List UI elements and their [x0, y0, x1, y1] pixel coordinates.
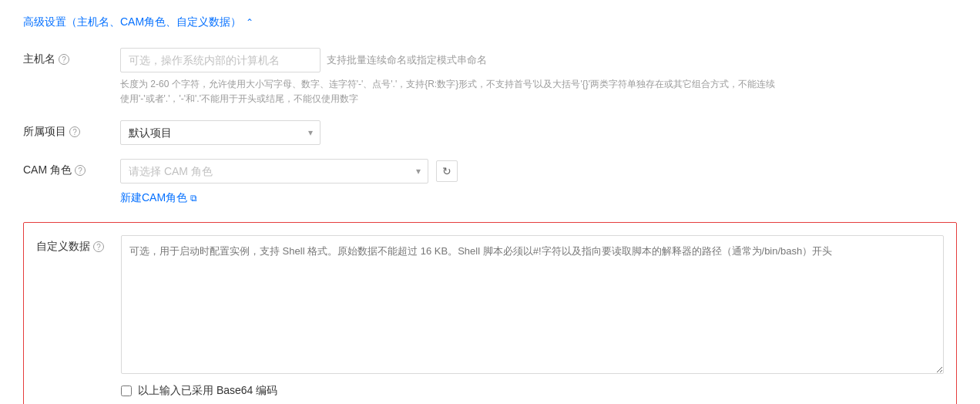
- project-label: 所属项目 ?: [23, 120, 108, 139]
- custom-data-help-icon[interactable]: ?: [93, 241, 104, 252]
- cam-role-refresh-button[interactable]: ↻: [436, 160, 458, 182]
- custom-data-outer-row: 自定义数据 ? 以上输入已采用 Base64 编码: [23, 219, 957, 404]
- hostname-hint: 长度为 2-60 个字符，允许使用大小写字母、数字、连字符'-'、点号'.'，支…: [120, 77, 783, 106]
- cam-role-select[interactable]: 请选择 CAM 角色: [120, 159, 428, 183]
- project-row: 所属项目 ? 默认项目 ▾: [23, 120, 957, 145]
- custom-data-label: 自定义数据 ?: [36, 235, 109, 254]
- hostname-row: 主机名 ? 支持批量连续命名或指定模式串命名 长度为 2-60 个字符，允许使用…: [23, 48, 957, 106]
- base64-label: 以上输入已采用 Base64 编码: [138, 384, 277, 398]
- custom-data-textarea[interactable]: [121, 235, 944, 374]
- project-content: 默认项目 ▾: [120, 120, 957, 145]
- cam-role-label: CAM 角色 ?: [23, 159, 108, 177]
- cam-select-wrapper: 请选择 CAM 角色 ▾: [120, 159, 428, 183]
- hostname-input[interactable]: [120, 48, 321, 72]
- section-title[interactable]: 高级设置（主机名、CAM角色、自定义数据） ⌃: [23, 15, 957, 29]
- cam-role-content: 请选择 CAM 角色 ▾ ↻ 新建CAM角色 ⧉: [120, 159, 957, 205]
- cam-role-help-icon[interactable]: ?: [75, 165, 86, 176]
- cam-role-row: CAM 角色 ? 请选择 CAM 角色 ▾ ↻ 新建CAM角色 ⧉: [23, 159, 957, 205]
- hostname-input-row: 支持批量连续命名或指定模式串命名: [120, 48, 957, 72]
- hostname-help-icon[interactable]: ?: [59, 54, 69, 65]
- base64-row: 以上输入已采用 Base64 编码: [121, 384, 944, 398]
- project-select-wrapper: 默认项目 ▾: [120, 120, 321, 145]
- base64-checkbox[interactable]: [121, 385, 132, 396]
- section-title-text: 高级设置（主机名、CAM角色、自定义数据）: [23, 15, 241, 29]
- cam-role-input-row: 请选择 CAM 角色 ▾ ↻: [120, 159, 957, 183]
- collapse-icon: ⌃: [246, 17, 253, 28]
- project-help-icon[interactable]: ?: [69, 126, 80, 137]
- ext-link-icon: ⧉: [190, 193, 197, 204]
- project-select[interactable]: 默认项目: [120, 120, 321, 145]
- custom-data-content: 以上输入已采用 Base64 编码: [121, 235, 944, 398]
- custom-data-section: 自定义数据 ? 以上输入已采用 Base64 编码: [23, 222, 957, 404]
- hostname-label: 主机名 ?: [23, 48, 108, 66]
- create-cam-link[interactable]: 新建CAM角色 ⧉: [120, 191, 957, 205]
- hostname-side-hint: 支持批量连续命名或指定模式串命名: [327, 52, 487, 69]
- hostname-content: 支持批量连续命名或指定模式串命名 长度为 2-60 个字符，允许使用大小写字母、…: [120, 48, 957, 106]
